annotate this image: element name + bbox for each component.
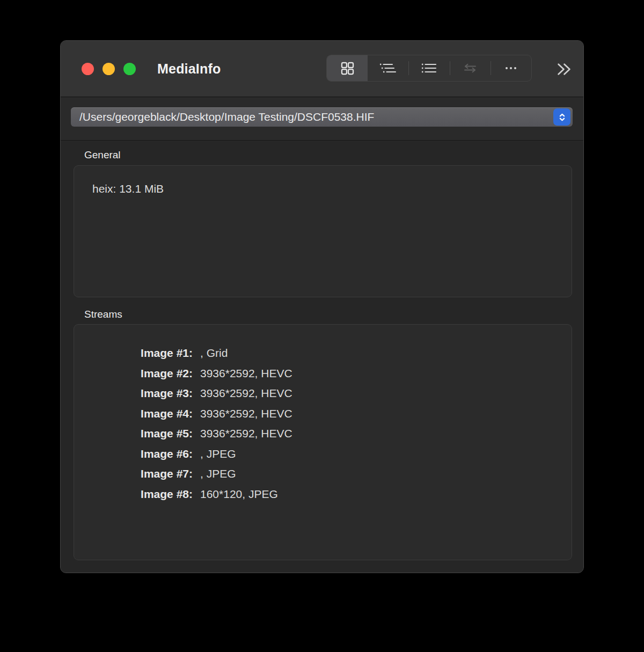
zoom-button[interactable] [123, 63, 136, 75]
minimize-button[interactable] [103, 63, 115, 75]
window-title: MediaInfo [157, 41, 221, 97]
stream-list: Image #1: , Grid Image #2: 3936*2592, HE… [74, 325, 572, 504]
titlebar: MediaInfo [61, 41, 583, 97]
grid-view-icon [340, 61, 355, 76]
streams-box: Image #1: , Grid Image #2: 3936*2592, HE… [74, 324, 572, 560]
traffic-lights [82, 63, 136, 75]
toolbar-overflow-button[interactable] [552, 61, 576, 78]
file-path-band: /Users/georgeblack/Desktop/Image Testing… [61, 98, 583, 141]
file-path-dropdown[interactable]: /Users/georgeblack/Desktop/Image Testing… [71, 107, 573, 127]
file-path-text: /Users/georgeblack/Desktop/Image Testing… [79, 111, 553, 123]
general-file-size: heix: 13.1 MiB [74, 166, 572, 195]
stream-value: 160*120, JPEG [200, 484, 572, 504]
stream-value: 3936*2592, HEVC [200, 423, 572, 444]
stream-value: , Grid [200, 343, 572, 363]
streams-section-label: Streams [84, 309, 122, 320]
stream-label: Image #2: [74, 363, 193, 384]
stream-label: Image #3: [74, 383, 193, 404]
view-mode-segmented-control [326, 55, 532, 82]
compare-arrows-icon [462, 63, 478, 74]
stream-value: 3936*2592, HEVC [200, 383, 572, 404]
stream-label: Image #7: [74, 464, 193, 484]
stream-value: 3936*2592, HEVC [200, 404, 572, 424]
general-section-label: General [84, 149, 121, 161]
stream-value: , JPEG [200, 444, 572, 464]
segment-tree-view[interactable] [368, 55, 408, 81]
segment-list-view[interactable] [408, 55, 449, 81]
stream-value: , JPEG [200, 464, 572, 484]
stream-label: Image #5: [74, 423, 193, 444]
list-view-icon [421, 62, 438, 74]
tree-view-icon [379, 62, 397, 74]
popup-stepper-icon [553, 108, 570, 126]
segment-grid-view[interactable] [327, 55, 368, 81]
content-area: General heix: 13.1 MiB Streams Image #1:… [61, 141, 583, 573]
close-button[interactable] [82, 63, 94, 75]
segment-compare-view[interactable] [450, 55, 491, 81]
stream-value: 3936*2592, HEVC [200, 363, 572, 384]
segment-more-options[interactable] [491, 55, 531, 81]
ellipsis-icon [504, 66, 517, 70]
stream-label: Image #1: [74, 343, 193, 363]
chevron-double-right-icon [556, 62, 572, 76]
stream-label: Image #8: [74, 484, 193, 504]
mediainfo-window: MediaInfo [60, 40, 584, 573]
stream-label: Image #6: [74, 444, 193, 464]
stream-label: Image #4: [74, 404, 193, 424]
general-box: heix: 13.1 MiB [74, 165, 572, 297]
